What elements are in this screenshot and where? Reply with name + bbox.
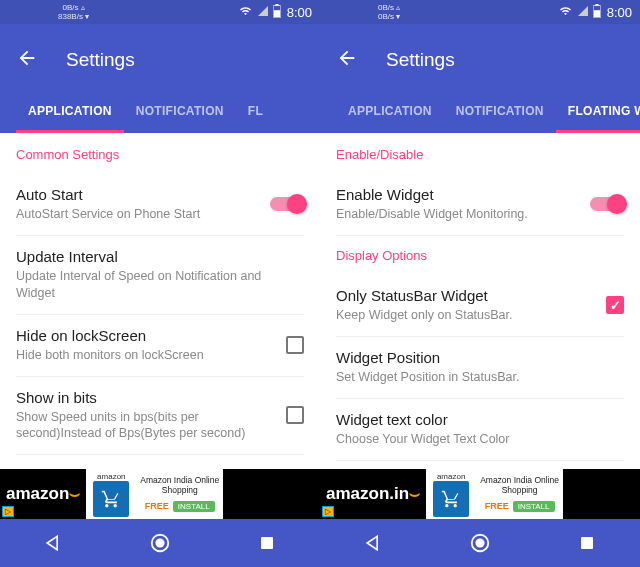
- svg-rect-2: [274, 10, 280, 17]
- statusbar: 0B/s ▵ 0B/s ▾ 8:00: [320, 0, 640, 24]
- row-enable-widget[interactable]: Enable Widget Enable/Disable Widget Moni…: [336, 174, 624, 236]
- amazon-logo-left: amazon⌣: [6, 484, 80, 504]
- battery-icon: [593, 4, 601, 21]
- screen-right: 0B/s ▵ 0B/s ▾ 8:00 Settings APPLICATION …: [320, 0, 640, 567]
- speed-down: 838B/s ▾: [58, 12, 89, 21]
- clock: 8:00: [287, 5, 312, 20]
- tab-notification[interactable]: NOTIFICATION: [124, 90, 236, 133]
- back-icon[interactable]: [16, 47, 38, 73]
- install-button[interactable]: INSTALL: [513, 501, 555, 512]
- svg-rect-8: [594, 10, 600, 17]
- appbar: Settings APPLICATION NOTIFICATION FLOATI…: [320, 24, 640, 133]
- row-title: Widget text color: [336, 411, 590, 428]
- nav-back[interactable]: [360, 530, 386, 556]
- row-only-statusbar[interactable]: Only StatusBar Widget Keep Widget only o…: [336, 275, 624, 337]
- switch-enable-widget[interactable]: [590, 197, 624, 211]
- tabs: APPLICATION NOTIFICATION FLOATING WIDGET: [336, 90, 624, 133]
- speed-up: 0B/s ▵: [62, 3, 84, 12]
- amazon-logo-right: amazon.in⌣: [326, 484, 420, 504]
- section-display-options: Display Options: [336, 248, 624, 263]
- row-widget-position[interactable]: Widget Position Set Widget Position in S…: [336, 337, 624, 399]
- row-title: Hide on lockScreen: [16, 327, 270, 344]
- screen-left: 0B/s ▵ 838B/s ▾ 8:00 Settings APPLICATIO…: [0, 0, 320, 567]
- navbar: [0, 519, 320, 567]
- row-sub: AutoStart Service on Phone Start: [16, 206, 270, 223]
- row-sub: Keep Widget only on StatusBar.: [336, 307, 590, 324]
- nav-recent[interactable]: [254, 530, 280, 556]
- tab-floating-widget-truncated[interactable]: FL: [236, 90, 265, 133]
- nav-recent[interactable]: [574, 530, 600, 556]
- navbar: [320, 519, 640, 567]
- ad-banner[interactable]: amazon.in⌣ amazon Amazon India Online Sh…: [320, 469, 640, 519]
- tab-floating-widget[interactable]: FLOATING WIDGET: [556, 90, 640, 133]
- speed-down: 0B/s ▾: [378, 12, 400, 21]
- switch-auto-start[interactable]: [270, 197, 304, 211]
- nav-home[interactable]: [467, 530, 493, 556]
- speed-indicator: 0B/s ▵ 838B/s ▾: [58, 3, 89, 21]
- nav-home[interactable]: [147, 530, 173, 556]
- svg-point-4: [155, 538, 164, 547]
- tab-notification[interactable]: NOTIFICATION: [444, 90, 556, 133]
- tab-application[interactable]: APPLICATION: [336, 90, 444, 133]
- page-title: Settings: [66, 49, 135, 71]
- row-widget-text-color[interactable]: Widget text color Choose Your Widget Tex…: [336, 399, 624, 461]
- row-auto-start[interactable]: Auto Start AutoStart Service on Phone St…: [16, 174, 304, 236]
- row-sub: Choose Your Widget Text Color: [336, 431, 590, 448]
- battery-icon: [273, 4, 281, 21]
- tab-application[interactable]: APPLICATION: [16, 90, 124, 133]
- section-enable-disable: Enable/Disable: [336, 147, 624, 162]
- checkbox-only-statusbar[interactable]: [606, 296, 624, 314]
- row-title: Show in bits: [16, 389, 270, 406]
- row-update-interval[interactable]: Update Interval Update Interval of Speed…: [16, 236, 304, 315]
- wifi-icon: [238, 5, 253, 20]
- signal-icon: [577, 5, 589, 20]
- speed-up: 0B/s ▵: [378, 3, 400, 12]
- row-title: Update Interval: [16, 248, 270, 265]
- signal-icon: [257, 5, 269, 20]
- speed-indicator: 0B/s ▵ 0B/s ▾: [378, 3, 400, 21]
- svg-rect-1: [275, 4, 278, 6]
- row-title: Only StatusBar Widget: [336, 287, 590, 304]
- row-title: Auto Start: [16, 186, 270, 203]
- row-title: Enable Widget: [336, 186, 590, 203]
- ad-banner[interactable]: amazon⌣ amazon Amazon India Online Shopp…: [0, 469, 320, 519]
- tabs: APPLICATION NOTIFICATION FL: [16, 90, 304, 133]
- section-common-settings: Common Settings: [16, 147, 304, 162]
- cart-icon: [433, 481, 469, 517]
- row-sub: Update Interval of Speed on Notification…: [16, 268, 270, 302]
- row-title: Widget Position: [336, 349, 590, 366]
- wifi-icon: [558, 5, 573, 20]
- nav-back[interactable]: [40, 530, 66, 556]
- appbar: Settings APPLICATION NOTIFICATION FL: [0, 24, 320, 133]
- page-title: Settings: [386, 49, 455, 71]
- ad-banner-text: Amazon India Online Shopping FREEINSTALL: [136, 469, 223, 519]
- row-sub: Hide both monitors on lockScreen: [16, 347, 270, 364]
- ad-banner-text: Amazon India Online Shopping FREEINSTALL: [476, 469, 563, 519]
- clock: 8:00: [607, 5, 632, 20]
- row-sub: Show Speed units in bps(bits per second)…: [16, 409, 270, 443]
- svg-rect-5: [261, 537, 273, 549]
- svg-rect-7: [595, 4, 598, 6]
- ad-label: amazon: [97, 472, 125, 481]
- row-sub: Set Widget Position in StatusBar.: [336, 369, 590, 386]
- checkbox-hide-lockscreen[interactable]: [286, 336, 304, 354]
- back-icon[interactable]: [336, 47, 358, 73]
- status-icons: 8:00: [558, 4, 632, 21]
- row-hide-lockscreen[interactable]: Hide on lockScreen Hide both monitors on…: [16, 315, 304, 377]
- row-sub: Enable/Disable Widget Monitoring.: [336, 206, 590, 223]
- row-show-bits[interactable]: Show in bits Show Speed units in bps(bit…: [16, 377, 304, 456]
- cart-icon: [93, 481, 129, 517]
- svg-rect-11: [581, 537, 593, 549]
- ad-label: amazon: [437, 472, 465, 481]
- adchoices-icon[interactable]: ▷: [2, 506, 14, 517]
- svg-point-10: [475, 538, 484, 547]
- checkbox-show-bits[interactable]: [286, 406, 304, 424]
- status-icons: 8:00: [238, 4, 312, 21]
- install-button[interactable]: INSTALL: [173, 501, 215, 512]
- adchoices-icon[interactable]: ▷: [322, 506, 334, 517]
- statusbar: 0B/s ▵ 838B/s ▾ 8:00: [0, 0, 320, 24]
